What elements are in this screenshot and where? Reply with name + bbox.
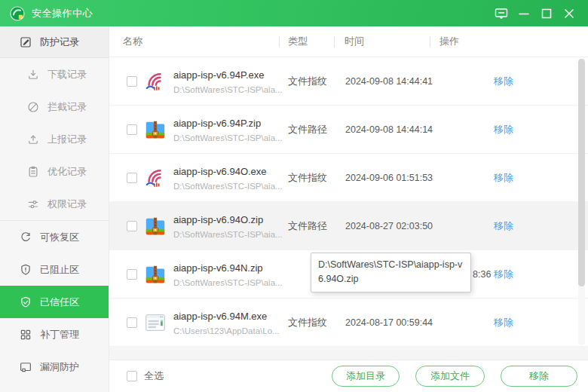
partial-row: [109, 347, 588, 360]
entry-time: 2024-09-08 14:44:41: [345, 76, 433, 87]
file-info: aiapp-isp-v6.94O.zip D:\SoftWares\STC-IS…: [173, 213, 283, 238]
feedback-icon[interactable]: [490, 3, 513, 24]
remove-link[interactable]: 移除: [430, 219, 577, 233]
sidebar-item-label: 拦截记录: [47, 100, 87, 114]
row-checkbox[interactable]: [127, 173, 137, 183]
sidebar: 防护记录 下载记录 拦截记录 上报记录 优化记录 权限记录 可恢复区 已阻止区 …: [0, 26, 109, 392]
file-path: D:\SoftWares\STC-ISP\aia...: [173, 181, 283, 190]
table-body: aiapp-isp-v6.94P.exe D:\SoftWares\STC-IS…: [109, 57, 588, 347]
row-checkbox[interactable]: [127, 221, 137, 231]
file-path: D:\SoftWares\STC-ISP\aia...: [173, 133, 283, 142]
select-all-checkbox[interactable]: [127, 371, 137, 381]
table-row[interactable]: aiapp-isp-v6.94P.zip D:\SoftWares\STC-IS…: [109, 106, 588, 154]
table-header: 名称 类型 时间 操作: [109, 26, 588, 57]
column-header-time: 时间: [345, 26, 364, 57]
sidebar-item-protection-records[interactable]: 防护记录: [0, 26, 109, 58]
zip-archive-icon: [144, 215, 167, 237]
footer-bar: 全选 添加目录添加文件移除: [109, 360, 588, 392]
shield-alert-icon: [19, 263, 32, 277]
vulnerability-icon: [19, 360, 32, 374]
file-info: aiapp-isp-v6.94P.zip D:\SoftWares\STC-IS…: [173, 117, 283, 142]
table-row[interactable]: aiapp-isp-v6.94O.exe D:\SoftWares\STC-IS…: [109, 154, 588, 202]
select-all-label: 全选: [144, 369, 164, 383]
file-name: aiapp-isp-v6.94P.zip: [173, 117, 283, 128]
edit-record-icon: [19, 35, 32, 49]
window-controls: [490, 3, 580, 24]
sidebar-item-label: 漏洞防护: [40, 360, 79, 374]
remove-button[interactable]: 移除: [501, 366, 577, 387]
upload-icon: [26, 133, 40, 146]
sidebar-item-permission-records[interactable]: 权限记录: [0, 188, 109, 220]
file-info: aiapp-isp-v6.94M.exe C:\Users\123\AppDat…: [173, 310, 280, 335]
clipboard-icon: [26, 165, 40, 179]
file-name: aiapp-isp-v6.94M.exe: [173, 310, 280, 321]
remove-link[interactable]: 移除: [430, 171, 577, 185]
titlebar[interactable]: 安全操作中心: [0, 0, 588, 26]
table-row[interactable]: aiapp-isp-v6.94M.exe C:\Users\123\AppDat…: [109, 299, 588, 347]
sidebar-item-label: 下载记录: [47, 68, 87, 81]
sidebar-item-label: 补丁管理: [40, 328, 79, 341]
row-checkbox[interactable]: [127, 317, 137, 328]
scrollbar-thumb[interactable]: [578, 59, 585, 286]
app-window-icon: [144, 311, 167, 334]
add-directory-button[interactable]: 添加目录: [332, 366, 400, 387]
remove-link[interactable]: 移除: [430, 123, 577, 136]
row-checkbox[interactable]: [127, 269, 137, 280]
sidebar-item-label: 已信任区: [40, 296, 79, 309]
sidebar-item-recoverable-zone[interactable]: 可恢复区: [0, 221, 109, 253]
column-divider: [430, 36, 430, 47]
minimize-icon[interactable]: [513, 3, 535, 24]
remove-link[interactable]: 移除: [430, 75, 577, 88]
entry-type: 文件指纹: [288, 316, 327, 329]
sidebar-item-report-records[interactable]: 上报记录: [0, 123, 109, 155]
file-info: aiapp-isp-v6.94N.zip D:\SoftWares\STC-IS…: [173, 262, 283, 286]
table-row[interactable]: aiapp-isp-v6.94P.exe D:\SoftWares\STC-IS…: [109, 57, 588, 106]
zip-archive-icon: [144, 263, 167, 286]
close-icon[interactable]: [558, 3, 580, 24]
download-icon: [26, 68, 40, 81]
file-name: aiapp-isp-v6.94P.exe: [173, 69, 283, 80]
window-title: 安全操作中心: [32, 7, 93, 20]
file-path: D:\SoftWares\STC-ISP\aia...: [173, 277, 283, 286]
file-path: C:\Users\123\AppData\Lo...: [173, 326, 280, 335]
file-info: aiapp-isp-v6.94O.exe D:\SoftWares\STC-IS…: [173, 165, 283, 190]
sidebar-item-trusted-zone[interactable]: 已信任区: [0, 286, 109, 318]
sidebar-item-optimize-records[interactable]: 优化记录: [0, 155, 109, 188]
file-name: aiapp-isp-v6.94O.exe: [173, 165, 283, 176]
sidebar-item-label: 可恢复区: [40, 231, 79, 244]
permissions-icon: [26, 198, 40, 211]
sidebar-item-patch-management[interactable]: 补丁管理: [0, 318, 109, 351]
sidebar-item-label: 上报记录: [47, 133, 87, 146]
sidebar-item-label: 优化记录: [47, 165, 87, 179]
entry-type: 文件路径: [288, 123, 327, 136]
file-info: aiapp-isp-v6.94P.exe D:\SoftWares\STC-IS…: [173, 69, 283, 93]
entry-time: 2024-09-08 14:44:14: [345, 124, 433, 135]
file-name: aiapp-isp-v6.94O.zip: [173, 213, 283, 225]
sidebar-item-blocked-zone[interactable]: 已阻止区: [0, 253, 109, 286]
path-tooltip: D:\SoftWares\STC-ISP\aiapp-isp-v6.94O.zi…: [311, 253, 471, 292]
maximize-icon[interactable]: [535, 3, 558, 24]
entry-time: 2024-09-06 01:51:53: [345, 173, 433, 183]
column-header-operation: 操作: [439, 26, 459, 57]
file-name: aiapp-isp-v6.94N.zip: [173, 262, 283, 273]
content: 名称 类型 时间 操作 aiapp-isp-v6.94P.exe D:\Soft…: [109, 26, 588, 392]
entry-time: 2024-08-17 00:59:44: [345, 317, 433, 328]
stc-isp-app-icon: [144, 70, 167, 93]
add-file-button[interactable]: 添加文件: [415, 366, 485, 387]
sidebar-item-vulnerability-protection[interactable]: 漏洞防护: [0, 351, 109, 383]
column-header-type: 类型: [288, 26, 308, 57]
sidebar-item-label: 防护记录: [40, 35, 79, 49]
table-row[interactable]: aiapp-isp-v6.94O.zip D:\SoftWares\STC-IS…: [109, 202, 588, 250]
row-checkbox[interactable]: [127, 76, 137, 87]
window: 安全操作中心 防护记录 下载记录 拦截记录 上报记录: [0, 0, 588, 392]
stc-isp-app-icon: [144, 167, 167, 189]
column-header-name: 名称: [123, 26, 142, 57]
block-icon: [26, 100, 40, 114]
entry-type: 文件指纹: [288, 171, 327, 185]
sidebar-item-download-records[interactable]: 下载记录: [0, 58, 109, 90]
sidebar-item-label: 已阻止区: [40, 263, 79, 277]
sidebar-item-intercept-records[interactable]: 拦截记录: [0, 90, 109, 123]
entry-type: 文件路径: [288, 219, 327, 233]
row-checkbox[interactable]: [127, 124, 137, 135]
remove-link[interactable]: 移除: [430, 316, 577, 329]
